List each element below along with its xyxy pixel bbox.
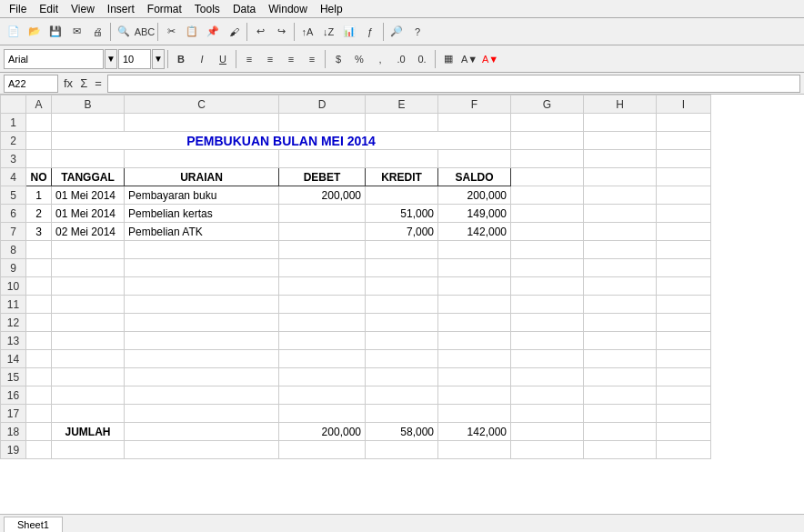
- equals-icon[interactable]: =: [93, 76, 104, 90]
- percent-button[interactable]: %: [349, 49, 369, 69]
- cell-d1[interactable]: [279, 114, 366, 132]
- cell-e3[interactable]: [366, 150, 438, 168]
- cell-f6[interactable]: 149,000: [438, 205, 511, 223]
- row-num-18[interactable]: 18: [1, 423, 26, 441]
- cell-g3[interactable]: [511, 150, 584, 168]
- cell-i1[interactable]: [657, 114, 711, 132]
- cell-b5[interactable]: 01 Mei 2014: [52, 186, 125, 205]
- cell-g7[interactable]: [511, 223, 584, 241]
- align-center-button[interactable]: ≡: [260, 49, 280, 69]
- row-num-15[interactable]: 15: [1, 368, 26, 386]
- cell-f3[interactable]: [438, 150, 511, 168]
- row-num-5[interactable]: 5: [1, 186, 26, 205]
- cell-g4[interactable]: [511, 168, 584, 186]
- cell-b18-jumlah[interactable]: JUMLAH: [52, 423, 125, 441]
- align-left-button[interactable]: ≡: [239, 49, 259, 69]
- preview-button[interactable]: 🔍: [114, 22, 134, 42]
- cell-i6[interactable]: [657, 205, 711, 223]
- sheet-tab-1[interactable]: Sheet1: [4, 517, 63, 532]
- cell-a5[interactable]: 1: [26, 186, 52, 205]
- col-header-b[interactable]: B: [52, 95, 125, 114]
- formula-input[interactable]: [107, 75, 800, 93]
- copy-button[interactable]: 📋: [182, 22, 202, 42]
- format-brush-button[interactable]: 🖌: [224, 22, 244, 42]
- cell-e5[interactable]: [366, 186, 438, 205]
- row-num-2[interactable]: 2: [1, 132, 26, 150]
- col-header-i[interactable]: I: [657, 95, 711, 114]
- row-num-3[interactable]: 3: [1, 150, 26, 168]
- function-button[interactable]: ƒ: [360, 22, 380, 42]
- row-num-12[interactable]: 12: [1, 314, 26, 332]
- cell-g18[interactable]: [511, 423, 584, 441]
- cell-title[interactable]: PEMBUKUAN BULAN MEI 2014: [52, 132, 511, 150]
- cell-e6[interactable]: 51,000: [366, 205, 438, 223]
- cell-b3[interactable]: [52, 150, 125, 168]
- cell-c7[interactable]: Pembelian ATK: [125, 223, 279, 241]
- cell-a8[interactable]: [26, 241, 52, 259]
- cell-e1[interactable]: [366, 114, 438, 132]
- sort-desc-button[interactable]: ↓Z: [318, 22, 338, 42]
- menu-help[interactable]: Help: [315, 1, 348, 17]
- redo-button[interactable]: ↪: [271, 22, 291, 42]
- font-name-input[interactable]: Arial: [4, 49, 104, 69]
- zoom-in-button[interactable]: 🔎: [387, 22, 407, 42]
- font-name-dropdown[interactable]: ▼: [105, 49, 117, 69]
- row-num-14[interactable]: 14: [1, 350, 26, 368]
- fx-icon[interactable]: fx: [62, 76, 75, 90]
- underline-button[interactable]: U: [213, 49, 233, 69]
- cell-f5[interactable]: 200,000: [438, 186, 511, 205]
- cell-i3[interactable]: [657, 150, 711, 168]
- cell-h1[interactable]: [584, 114, 657, 132]
- sigma-icon[interactable]: Σ: [78, 76, 89, 90]
- cell-e18-jumlah-kredit[interactable]: 58,000: [366, 423, 438, 441]
- cell-d6[interactable]: [279, 205, 366, 223]
- bold-button[interactable]: B: [171, 49, 191, 69]
- cell-c5[interactable]: Pembayaran buku: [125, 186, 279, 205]
- col-header-a[interactable]: A: [26, 95, 52, 114]
- cell-a2[interactable]: [26, 132, 52, 150]
- cell-a7[interactable]: 3: [26, 223, 52, 241]
- cell-a3[interactable]: [26, 150, 52, 168]
- sort-asc-button[interactable]: ↑A: [297, 22, 317, 42]
- cell-reference-input[interactable]: [4, 75, 58, 93]
- cell-a18[interactable]: [26, 423, 52, 441]
- cell-e4-kredit[interactable]: KREDIT: [366, 168, 438, 186]
- cell-c1[interactable]: [125, 114, 279, 132]
- cell-a1[interactable]: [26, 114, 52, 132]
- cell-i18[interactable]: [657, 423, 711, 441]
- cell-d18-jumlah-debet[interactable]: 200,000: [279, 423, 366, 441]
- menu-insert[interactable]: Insert: [102, 1, 140, 17]
- cell-h18[interactable]: [584, 423, 657, 441]
- cell-d3[interactable]: [279, 150, 366, 168]
- menu-view[interactable]: View: [65, 1, 100, 17]
- chart-button[interactable]: 📊: [339, 22, 359, 42]
- cell-d5[interactable]: 200,000: [279, 186, 366, 205]
- cell-i2[interactable]: [657, 132, 711, 150]
- menu-format[interactable]: Format: [142, 1, 187, 17]
- row-num-9[interactable]: 9: [1, 259, 26, 277]
- currency-button[interactable]: $: [328, 49, 348, 69]
- col-header-h[interactable]: H: [584, 95, 657, 114]
- cell-a6[interactable]: 2: [26, 205, 52, 223]
- font-size-input[interactable]: 10: [118, 49, 151, 69]
- row-num-10[interactable]: 10: [1, 277, 26, 296]
- border-button[interactable]: ▦: [438, 49, 458, 69]
- row-num-7[interactable]: 7: [1, 223, 26, 241]
- cell-h7[interactable]: [584, 223, 657, 241]
- col-header-f[interactable]: F: [438, 95, 511, 114]
- cell-g6[interactable]: [511, 205, 584, 223]
- cut-button[interactable]: ✂: [161, 22, 181, 42]
- cell-h5[interactable]: [584, 186, 657, 205]
- row-num-6[interactable]: 6: [1, 205, 26, 223]
- row-num-13[interactable]: 13: [1, 332, 26, 350]
- font-size-dropdown[interactable]: ▼: [152, 49, 165, 69]
- cell-b1[interactable]: [52, 114, 125, 132]
- increase-decimal-button[interactable]: .0: [391, 49, 411, 69]
- row-num-17[interactable]: 17: [1, 405, 26, 423]
- fill-color-button[interactable]: A▼: [459, 49, 479, 69]
- thousand-sep-button[interactable]: ,: [370, 49, 390, 69]
- cell-f1[interactable]: [438, 114, 511, 132]
- new-button[interactable]: 📄: [4, 22, 24, 42]
- cell-f4-saldo[interactable]: SALDO: [438, 168, 511, 186]
- cell-i7[interactable]: [657, 223, 711, 241]
